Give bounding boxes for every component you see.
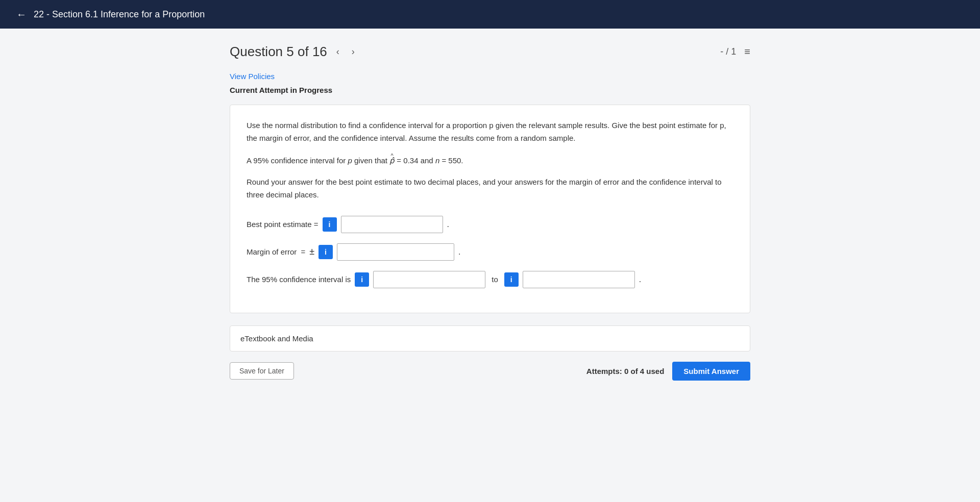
list-icon[interactable]: ≡ [744, 46, 750, 58]
math-p-hat-value: 0.34 [403, 156, 418, 165]
plus-minus-sign: ± [309, 246, 314, 257]
ci-low-input[interactable] [373, 271, 485, 288]
math-n-value: 550 [448, 156, 461, 165]
math-var-p: p [348, 156, 352, 165]
margin-error-row: Margin of error = ± i . [247, 243, 733, 261]
submit-answer-button[interactable]: Submit Answer [672, 362, 750, 381]
margin-label: Margin of error [247, 247, 297, 256]
next-question-button[interactable]: › [349, 45, 358, 58]
ci-high-input[interactable] [523, 271, 635, 288]
save-for-later-button[interactable]: Save for Later [230, 362, 294, 380]
best-point-period: . [447, 220, 449, 229]
ci-low-info-button[interactable]: i [355, 272, 369, 287]
attempts-submit-group: Attempts: 0 of 4 used Submit Answer [586, 362, 750, 381]
score-display: - / 1 [720, 46, 736, 57]
action-bar: Save for Later Attempts: 0 of 4 used Sub… [230, 362, 750, 381]
confidence-label: The 95% confidence interval is [247, 275, 351, 284]
attempts-text: Attempts: 0 of 4 used [586, 367, 665, 375]
current-attempt-label: Current Attempt in Progress [230, 86, 750, 94]
margin-info-button[interactable]: i [318, 245, 333, 259]
top-header: ← 22 - Section 6.1 Inference for a Propo… [0, 0, 980, 29]
content-wrapper: Question 5 of 16 ‹ › - / 1 ≡ View Polici… [209, 29, 771, 396]
margin-equals: = [301, 247, 305, 256]
ci-period: . [639, 275, 641, 284]
header-title: 22 - Section 6.1 Inference for a Proport… [34, 9, 205, 20]
confidence-interval-row: The 95% confidence interval is i to i . [247, 271, 733, 288]
best-point-label: Best point estimate = [247, 220, 318, 229]
prev-question-button[interactable]: ‹ [333, 45, 342, 58]
best-point-info-button[interactable]: i [323, 217, 337, 232]
math-statement: A 95% confidence interval for p given th… [247, 154, 733, 167]
question-header-row: Question 5 of 16 ‹ › - / 1 ≡ [230, 44, 750, 60]
question-intro-text: Use the normal distribution to find a co… [247, 119, 733, 145]
question-title: Question 5 of 16 [230, 44, 327, 60]
to-text: to [492, 275, 498, 284]
ci-high-info-button[interactable]: i [504, 272, 519, 287]
question-header-right: - / 1 ≡ [720, 46, 750, 58]
math-var-n: n [435, 156, 439, 165]
margin-period: . [458, 247, 460, 257]
math-p-hat: p̂ [389, 154, 395, 167]
etextbook-label: eTextbook and Media [240, 334, 313, 343]
view-policies-link[interactable]: View Policies [230, 72, 275, 81]
question-card: Use the normal distribution to find a co… [230, 105, 750, 313]
best-point-row: Best point estimate = i . [247, 216, 733, 233]
etextbook-bar: eTextbook and Media [230, 325, 750, 352]
question-header-left: Question 5 of 16 ‹ › [230, 44, 358, 60]
best-point-input[interactable] [341, 216, 443, 233]
back-button[interactable]: ← [16, 9, 27, 20]
round-note-text: Round your answer for the best point est… [247, 176, 733, 202]
margin-input[interactable] [337, 243, 454, 261]
